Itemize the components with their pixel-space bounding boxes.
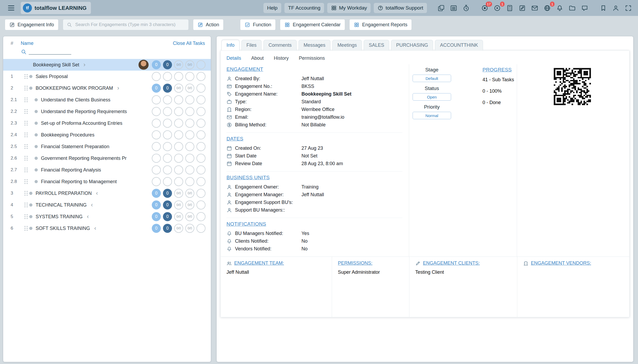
chat-icon-button[interactable] <box>581 4 589 12</box>
subtab-details[interactable]: Details <box>226 55 241 61</box>
globe-icon-button[interactable]: 1 <box>544 4 552 12</box>
drag-handle-icon[interactable] <box>24 156 26 157</box>
field-region: Region:Werribee Office <box>226 106 402 113</box>
drag-handle-icon[interactable] <box>24 109 26 110</box>
topbar-link-my-workday[interactable]: My Workday <box>327 3 371 13</box>
task-row-sales-proposal[interactable]: 1Sales Proposal <box>3 71 211 82</box>
subtab-history[interactable]: History <box>274 55 289 61</box>
expand-icon-button[interactable] <box>625 4 633 12</box>
task-number: 2.7 <box>3 167 21 173</box>
chevron-icon[interactable]: › <box>117 85 119 91</box>
stage-value-button[interactable]: Default <box>413 75 451 82</box>
task-row-government-reporting-requirements-pr[interactable]: 2.6Government Reporting Requirements Pr <box>3 152 211 164</box>
engagement-calendar-button[interactable]: Engagement Calendar <box>280 19 345 30</box>
footer-title-link[interactable]: PERMISSIONS: <box>338 260 406 266</box>
task-count-badge <box>152 154 161 163</box>
engagement-reports-button[interactable]: Engagement Reports <box>349 19 412 30</box>
tab-sales[interactable]: SALES <box>364 40 389 50</box>
timer-icon-button[interactable] <box>463 4 471 12</box>
subtab-about[interactable]: About <box>251 55 264 61</box>
tab-info[interactable]: Info <box>221 40 240 50</box>
column-header-name: Name <box>21 41 33 46</box>
mail-icon-button[interactable] <box>531 4 539 12</box>
topbar-link-help[interactable]: Help <box>263 3 281 13</box>
topbar-link-totalflow-support[interactable]: totalflow Support <box>374 3 427 13</box>
brand[interactable]: tf totalflow LEARNING <box>21 2 91 14</box>
hamburger-menu-button[interactable] <box>5 2 17 14</box>
task-row-payroll-preparation[interactable]: 3PAYROLL PREPARATION‹000/00/0 <box>3 187 211 199</box>
status-value-button[interactable]: Open <box>413 93 451 101</box>
footer-title-link[interactable]: ENGAGEMENT CLIENTS: <box>415 260 514 266</box>
bookmark-icon-button[interactable] <box>600 4 608 12</box>
task-row-financial-statement-preparation[interactable]: 2.5Financial Statement Preparation <box>3 141 211 152</box>
drag-handle-icon[interactable] <box>24 86 26 87</box>
task-row-systems-training[interactable]: 5SYSTEMS TRAINING‹000/00/0 <box>3 211 211 222</box>
task-count-badge <box>163 165 172 174</box>
task-count-badge <box>163 142 172 151</box>
drag-handle-icon[interactable] <box>24 226 26 227</box>
action-button[interactable]: Action <box>193 19 224 30</box>
compose-icon-button[interactable] <box>519 4 527 12</box>
task-row-understand-the-reporting-requirements[interactable]: 2.2Understand the Reporting Requirements <box>3 106 211 117</box>
task-row-bookkeeping-skill-set[interactable]: Bookkeeping Skill Set›000/00/0 <box>3 59 211 71</box>
person-icon-button[interactable] <box>612 4 620 12</box>
tab-comments[interactable]: Comments <box>263 40 297 50</box>
task-row-soft-skills-training[interactable]: 6SOFT SKILLS TRAINING‹000/00/0 <box>3 222 211 234</box>
tab-purchasing[interactable]: PURCHASING <box>391 40 433 50</box>
drag-handle-icon[interactable] <box>24 191 26 192</box>
task-row-financial-reporting-to-management[interactable]: 2.8Financial Reporting to Management <box>3 176 211 187</box>
drag-handle-icon[interactable] <box>24 97 26 99</box>
task-filter-input[interactable] <box>29 48 71 55</box>
section-title: NOTIFICATIONS <box>226 221 402 227</box>
drag-handle-icon[interactable] <box>24 214 26 215</box>
folder-icon-button[interactable] <box>569 4 577 12</box>
mail-icon <box>226 114 232 120</box>
task-row-set-up-of-proforma-accounting-entries[interactable]: 2.3Set-up of Proforma Accounting Entries <box>3 117 211 129</box>
drag-handle-icon[interactable] <box>24 203 26 204</box>
task-count-badge <box>185 107 194 116</box>
chevron-icon[interactable]: ‹ <box>94 225 96 231</box>
engagement-search-input[interactable] <box>75 22 185 28</box>
engagement-info-button[interactable]: Engagement Info <box>5 19 58 30</box>
task-count-badge: 0 <box>163 200 172 209</box>
grid-icon <box>354 22 359 28</box>
close-all-tasks-link[interactable]: Close All Tasks <box>173 41 205 46</box>
footer-title-link[interactable]: ENGAGEMENT VENDORS: <box>523 260 627 266</box>
calculator-icon-button[interactable] <box>506 4 514 12</box>
drag-handle-icon[interactable] <box>24 144 26 145</box>
field-billing-method: Billing Method:Not Billable <box>226 121 402 129</box>
task-count-badge <box>196 130 205 139</box>
task-list: Bookkeeping Skill Set›000/00/01Sales Pro… <box>3 59 211 234</box>
drag-handle-icon[interactable] <box>24 168 26 169</box>
pages-icon-button[interactable] <box>438 4 446 12</box>
topbar-icon-group: 1711 <box>481 4 589 12</box>
topbar-link-tf-accounting[interactable]: TF Accounting <box>284 3 324 13</box>
task-row-financial-reporting-analysis[interactable]: 2.7Financial Reporting Analysis <box>3 164 211 176</box>
bell-icon-button[interactable] <box>556 4 564 12</box>
task-row-bookkeeping-work-program[interactable]: 2BOOKKEEPING WORK PROGRAM›000/00/0 <box>3 82 211 94</box>
task-row-bookkeeping-procedures[interactable]: 2.4Bookkeeping Procedures <box>3 129 211 141</box>
function-button[interactable]: Function <box>240 19 276 30</box>
footer-title-link[interactable]: ENGAGEMENT TEAM: <box>226 260 329 266</box>
chevron-icon[interactable]: ‹ <box>87 214 89 220</box>
tab-accountthink[interactable]: ACCOUNTTHINK <box>435 40 483 50</box>
drag-handle-icon[interactable] <box>24 121 26 122</box>
chevron-icon[interactable]: › <box>83 62 85 68</box>
task-count-badge: 0/0 <box>174 224 183 233</box>
drag-handle-icon[interactable] <box>24 179 26 180</box>
play-icon-button[interactable]: 1 <box>494 4 502 12</box>
task-row-understand-the-clients-business[interactable]: 2.1Understand the Clients Business <box>3 94 211 106</box>
priority-value-button[interactable]: Normal <box>413 112 451 119</box>
tab-messages[interactable]: Messages <box>299 40 330 50</box>
list-icon-button[interactable] <box>450 4 458 12</box>
tab-files[interactable]: Files <box>241 40 262 50</box>
chevron-icon[interactable]: ‹ <box>91 202 93 208</box>
search-icon <box>21 49 27 55</box>
chevron-icon[interactable]: ‹ <box>96 190 98 196</box>
tab-meetings[interactable]: Meetings <box>332 40 362 50</box>
task-row-technical-training[interactable]: 4TECHNICAL TRAINING‹000/00/0 <box>3 199 211 211</box>
drag-handle-icon[interactable] <box>24 74 26 75</box>
record-icon-button[interactable]: 17 <box>481 4 489 12</box>
subtab-permissions[interactable]: Permissions <box>299 55 325 61</box>
drag-handle-icon[interactable] <box>24 132 26 134</box>
